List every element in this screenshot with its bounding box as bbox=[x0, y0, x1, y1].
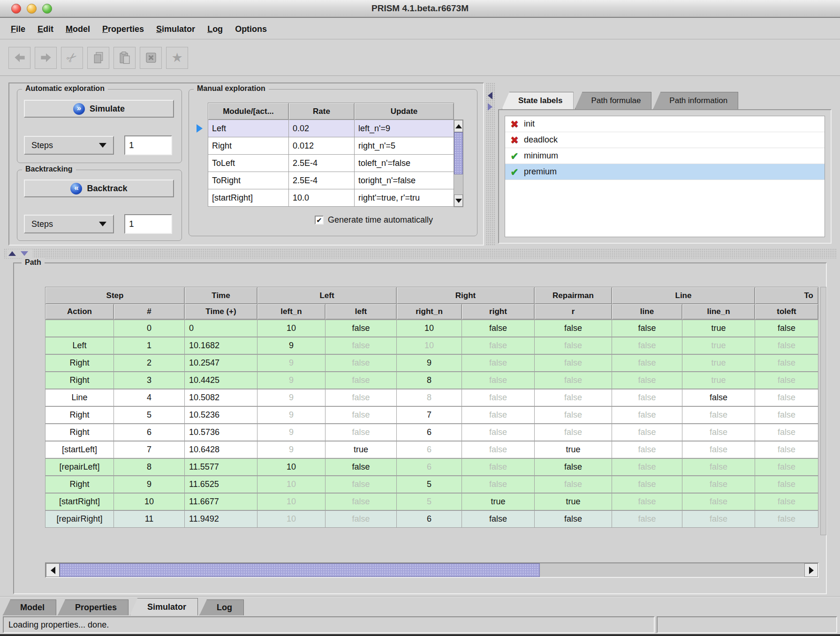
manual-table-cell[interactable]: ToRight bbox=[208, 172, 289, 189]
paste-button[interactable] bbox=[114, 47, 136, 69]
path-cell[interactable]: false bbox=[535, 372, 612, 389]
tab-state-labels[interactable]: State labels bbox=[502, 92, 574, 109]
state-label-row[interactable]: ✔minimum bbox=[505, 148, 825, 164]
path-cell[interactable]: false bbox=[682, 441, 755, 458]
manual-table-cell[interactable]: Right bbox=[208, 137, 289, 155]
path-cell[interactable]: 6 bbox=[114, 424, 185, 441]
path-cell[interactable]: false bbox=[325, 372, 397, 389]
path-cell[interactable]: Right bbox=[45, 476, 114, 493]
manual-table-row[interactable]: Right0.012right_n'=5 bbox=[208, 137, 454, 155]
path-cell[interactable]: false bbox=[325, 406, 397, 424]
path-cell[interactable]: 10.1682 bbox=[185, 337, 257, 354]
path-column-header[interactable]: left bbox=[325, 304, 397, 320]
path-cell[interactable]: 5 bbox=[397, 476, 462, 493]
path-cell[interactable]: [startRight] bbox=[45, 493, 114, 510]
path-row[interactable]: [repairLeft]811.557710false6falsefalsefa… bbox=[45, 458, 818, 476]
path-row[interactable]: [startRight]1011.667710false5truetruefal… bbox=[45, 493, 818, 510]
path-column-header[interactable]: Time (+) bbox=[185, 304, 257, 320]
path-cell[interactable]: true bbox=[682, 337, 755, 354]
menu-item-properties[interactable]: Properties bbox=[96, 19, 150, 39]
path-cell[interactable]: 5 bbox=[397, 493, 462, 510]
path-cell[interactable]: 10 bbox=[257, 493, 325, 510]
path-column-header[interactable]: line_n bbox=[682, 304, 755, 320]
path-cell[interactable]: 11 bbox=[114, 510, 185, 528]
manual-table-cell[interactable]: right_n'=5 bbox=[355, 137, 454, 155]
scroll-down-button[interactable] bbox=[454, 195, 463, 207]
manual-table-cell[interactable]: 10.0 bbox=[289, 189, 355, 207]
path-cell[interactable]: false bbox=[325, 424, 397, 441]
generate-time-checkbox[interactable]: ✔ bbox=[315, 216, 324, 224]
manual-table-row[interactable]: [startRight]10.0right'=true, r'=tru bbox=[208, 189, 454, 207]
backtrack-button[interactable]: « Backtrack bbox=[24, 180, 174, 197]
path-cell[interactable]: 4 bbox=[114, 389, 185, 406]
path-cell[interactable]: false bbox=[535, 337, 612, 354]
path-cell[interactable]: 10 bbox=[114, 493, 185, 510]
path-cell[interactable]: false bbox=[535, 354, 612, 372]
manual-table-cell[interactable]: 2.5E-4 bbox=[289, 155, 355, 172]
menu-item-simulator[interactable]: Simulator bbox=[150, 19, 201, 39]
path-column-header[interactable]: toleft bbox=[755, 304, 818, 320]
path-cell[interactable]: false bbox=[755, 406, 818, 424]
path-cell[interactable]: Right bbox=[45, 354, 114, 372]
path-cell[interactable]: false bbox=[755, 337, 818, 354]
path-cell[interactable]: false bbox=[325, 354, 397, 372]
path-cell[interactable]: 9 bbox=[257, 424, 325, 441]
star-button[interactable]: ★ bbox=[166, 47, 188, 69]
path-cell[interactable]: false bbox=[325, 476, 397, 493]
cut-button[interactable]: ✂ bbox=[61, 47, 83, 69]
state-label-row[interactable]: ✖init bbox=[505, 116, 825, 132]
path-cell[interactable]: 10 bbox=[257, 458, 325, 476]
path-cell[interactable]: false bbox=[682, 424, 755, 441]
path-cell[interactable]: false bbox=[325, 320, 397, 337]
path-cell[interactable]: false bbox=[612, 406, 682, 424]
path-cell[interactable]: Right bbox=[45, 424, 114, 441]
manual-table-scrollbar[interactable] bbox=[454, 120, 463, 207]
path-cell[interactable]: 6 bbox=[397, 510, 462, 528]
collapse-left-icon[interactable] bbox=[488, 92, 492, 99]
path-cell[interactable]: true bbox=[325, 441, 397, 458]
path-cell[interactable]: 1 bbox=[114, 337, 185, 354]
path-row[interactable]: Line410.50829false8falsefalsefalsefalsef… bbox=[45, 389, 818, 406]
path-cell[interactable]: false bbox=[462, 424, 535, 441]
path-cell[interactable]: false bbox=[612, 476, 682, 493]
path-cell[interactable]: 10.5736 bbox=[185, 424, 257, 441]
title-bar[interactable]: PRISM 4.1.beta.r6673M bbox=[0, 0, 840, 18]
path-column-header[interactable]: Action bbox=[45, 304, 114, 320]
path-cell[interactable]: false bbox=[535, 476, 612, 493]
path-cell[interactable]: false bbox=[462, 389, 535, 406]
path-cell[interactable]: false bbox=[612, 354, 682, 372]
path-cell[interactable]: false bbox=[462, 337, 535, 354]
path-cell[interactable]: false bbox=[612, 389, 682, 406]
manual-table-row[interactable]: ToRight2.5E-4toright_n'=false bbox=[208, 172, 454, 189]
path-cell[interactable]: false bbox=[325, 458, 397, 476]
path-cell[interactable]: 3 bbox=[114, 372, 185, 389]
path-cell[interactable]: false bbox=[612, 510, 682, 528]
path-cell[interactable]: true bbox=[462, 493, 535, 510]
path-cell[interactable]: false bbox=[682, 458, 755, 476]
path-row[interactable]: [startLeft]710.64289true6falsetruefalsef… bbox=[45, 441, 818, 458]
collapse-right-icon[interactable] bbox=[488, 103, 492, 111]
path-cell[interactable]: false bbox=[535, 458, 612, 476]
path-cell[interactable]: false bbox=[755, 476, 818, 493]
path-cell[interactable]: false bbox=[755, 389, 818, 406]
manual-exploration-table[interactable]: Module/[act...RateUpdateLeft0.02left_n'=… bbox=[208, 103, 454, 207]
path-cell[interactable]: false bbox=[462, 406, 535, 424]
scroll-up-button[interactable] bbox=[454, 120, 463, 132]
manual-table-cell[interactable]: ToLeft bbox=[208, 155, 289, 172]
collapse-down-icon[interactable] bbox=[21, 251, 28, 256]
path-cell[interactable]: false bbox=[535, 389, 612, 406]
path-cell[interactable]: 10.2547 bbox=[185, 354, 257, 372]
simulate-button[interactable]: » Simulate bbox=[24, 100, 174, 118]
horizontal-splitter[interactable] bbox=[4, 248, 836, 259]
path-cell[interactable]: false bbox=[462, 510, 535, 528]
view-tab-properties[interactable]: Properties bbox=[58, 599, 129, 615]
path-cell[interactable]: false bbox=[325, 389, 397, 406]
path-cell[interactable]: 9 bbox=[257, 441, 325, 458]
path-row[interactable]: Right610.57369false6falsefalsefalsefalse… bbox=[45, 424, 818, 441]
menu-item-file[interactable]: File bbox=[5, 19, 31, 39]
path-cell[interactable]: 9 bbox=[397, 354, 462, 372]
path-cell[interactable]: 8 bbox=[397, 372, 462, 389]
path-cell[interactable]: false bbox=[462, 441, 535, 458]
path-row[interactable]: Right310.44259false8falsefalsefalsetruef… bbox=[45, 372, 818, 389]
path-cell[interactable]: false bbox=[755, 424, 818, 441]
